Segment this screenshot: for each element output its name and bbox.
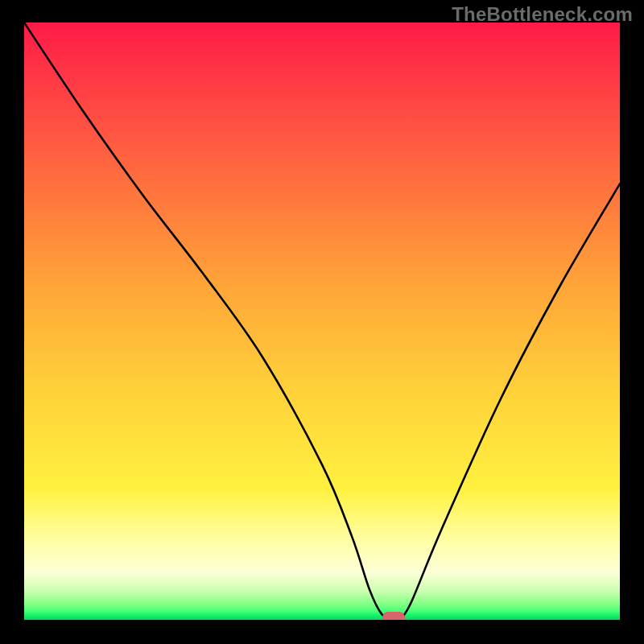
bottleneck-curve — [24, 23, 620, 620]
plot-area — [24, 23, 620, 620]
chart-frame: TheBottleneck.com — [0, 0, 644, 644]
optimum-marker — [382, 612, 405, 620]
watermark-text: TheBottleneck.com — [452, 3, 633, 26]
